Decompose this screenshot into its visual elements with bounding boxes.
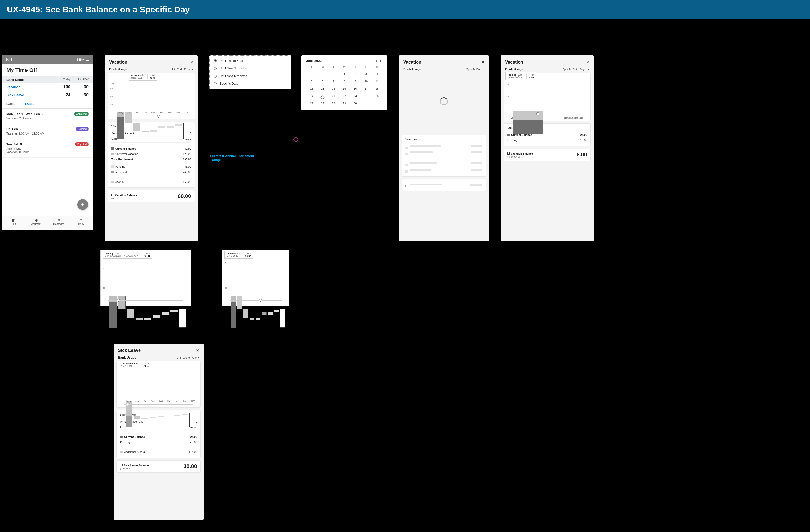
calendar-day[interactable]: 17 — [361, 86, 372, 92]
close-button[interactable]: ✕ — [481, 60, 485, 65]
chart-slider[interactable] — [115, 115, 187, 118]
request-detail: Vacation: 24 Hours — [6, 117, 88, 120]
swatch-icon — [111, 165, 114, 168]
panel-title: Sick Leave — [118, 348, 141, 353]
calendar-day[interactable]: 20 — [320, 93, 325, 99]
calendar-day[interactable]: 14 — [328, 86, 339, 92]
calendar-prev[interactable]: ‹ — [374, 59, 378, 63]
nav-assistant[interactable]: ✱Assistant — [25, 216, 47, 229]
chart-tooltip: Pending -40hrMon 07/00/2022 - Fri 07/00/… — [102, 251, 152, 259]
chart-slider[interactable] — [108, 299, 183, 302]
calendar-day[interactable]: 11 — [371, 78, 383, 84]
calendar-day[interactable]: 2 — [350, 71, 361, 77]
filter-option[interactable]: Specific Date› — [210, 80, 291, 87]
calendar-day[interactable]: 9 — [350, 78, 361, 84]
calendar-day[interactable]: 7 — [328, 78, 339, 84]
chart-slider[interactable] — [124, 403, 193, 406]
calendar-day[interactable]: 8 — [339, 78, 350, 84]
close-button[interactable]: ✕ — [196, 348, 199, 353]
calendar-day[interactable]: 21 — [328, 93, 339, 99]
chart-slider[interactable] — [230, 299, 282, 302]
range-filter[interactable]: Specific Date: July 1▾ — [562, 67, 589, 71]
calendar-day[interactable]: 12 — [306, 86, 317, 92]
bank-link[interactable]: Vacation — [6, 85, 52, 89]
vacation-chart[interactable]: Pending -16hrMon 07/01/2022 Net0 HR 4020… — [504, 73, 591, 121]
calendar-day[interactable]: 3 — [361, 71, 372, 77]
calendar-day[interactable]: 23 — [350, 93, 361, 99]
calendar-day[interactable]: 28 — [328, 100, 339, 106]
swatch-icon — [120, 436, 123, 438]
filter-option[interactable]: Until End of Year — [210, 57, 291, 65]
add-request-fab[interactable]: + — [77, 199, 88, 210]
menu-icon: ≡ — [70, 218, 93, 223]
swatch-icon — [507, 134, 510, 136]
calendar-dow: M — [317, 65, 328, 69]
request-card[interactable]: Fri, Feb 5 Training: 8:00 AM - 11:00 AM … — [2, 124, 93, 139]
calendar-day[interactable]: 16 — [350, 86, 361, 92]
filter-option[interactable]: Until Next 6 months — [210, 72, 291, 80]
calendar-day[interactable]: 1 — [339, 71, 350, 77]
balance-value: 60.00 — [178, 193, 191, 199]
calendar-day[interactable]: 25 — [371, 93, 383, 99]
close-button[interactable]: ✕ — [586, 60, 589, 65]
detail-line: Pending - 16.00 — [507, 138, 587, 143]
range-filter[interactable]: Specific Date▾ — [466, 67, 485, 71]
col-today: Today — [52, 78, 70, 81]
request-card[interactable]: Tue, Feb 9 Sick: 1 Day Vacation: 8 Hours… — [2, 139, 93, 158]
status-bar: 9:41 ▮▮▮ ᯤ ▬ — [2, 55, 93, 64]
bank-row[interactable]: Sick Leave 24 30 — [2, 91, 93, 99]
calendar-day[interactable]: 6 — [317, 78, 328, 84]
tab-0[interactable]: LABEL — [6, 102, 15, 108]
detail-line: Approved - 40.00 — [111, 170, 191, 175]
skeleton-balance — [402, 179, 486, 191]
calendar-dow: S — [306, 65, 317, 69]
calendar-day[interactable]: 24 — [361, 93, 372, 99]
bank-link[interactable]: Sick Leave — [6, 93, 52, 97]
filter-option-label: Until Next 3 months — [220, 67, 247, 70]
detail-line: Carryover Vacation +20.00 — [111, 151, 191, 157]
nav-messages[interactable]: ✉Messages — [47, 216, 70, 229]
status-icons: ▮▮▮ ᯤ ▬ — [77, 58, 89, 61]
bank-row[interactable]: Vacation 100 60 — [2, 83, 93, 91]
status-pill: Pending — [76, 127, 88, 131]
calendar-day[interactable]: 26 — [306, 100, 317, 106]
calendar-day[interactable]: 5 — [306, 78, 317, 84]
chart-tooltip: Accrual +8hrOct 1, 2022 Net48 hr — [129, 73, 157, 81]
chart-tooltip: Accrual +8hrOct 1, 2022 Net56 hr — [224, 251, 253, 259]
request-card[interactable]: Mon, Feb 1 - Wed, Feb 3 Vacation: 24 Hou… — [2, 109, 93, 124]
chart-slider[interactable] — [511, 112, 583, 115]
calendar-day[interactable]: 10 — [361, 78, 372, 84]
detail-line: Pending - 56.00 — [111, 164, 191, 170]
tabs: LABEL LABEL — [2, 99, 93, 109]
calendar-day[interactable]: 19 — [306, 93, 317, 99]
calendar-day[interactable]: 15 — [339, 86, 350, 92]
calendar-next[interactable]: › — [378, 59, 383, 63]
swatch-icon — [111, 153, 114, 155]
calendar-day[interactable]: 27 — [317, 100, 328, 106]
nav-menu[interactable]: ≡Menu — [70, 216, 93, 229]
calendar-day[interactable]: 29 — [339, 100, 350, 106]
chart-tooltip: Current BalanceJun 1, 2022 Net24 hr — [119, 361, 151, 369]
filter-option[interactable]: Until Next 3 months — [210, 65, 291, 72]
bank-usage-label: Bank Usage — [109, 67, 127, 71]
radio-icon — [214, 75, 216, 78]
calendar-day[interactable]: 22 — [339, 93, 350, 99]
calendar-month: June 2022 — [306, 59, 374, 63]
calendar-day[interactable]: 18 — [371, 86, 383, 92]
range-filter[interactable]: Until End of Year▾ — [171, 67, 193, 71]
vacation-chart[interactable]: Accrual +8hrOct 1, 2022 Net48 hr 1008050… — [108, 73, 195, 119]
calendar-day[interactable]: 13 — [317, 86, 328, 92]
wifi-icon: ᯤ — [82, 58, 85, 61]
screen-vacation-specific-date: Vacation ✕ Bank Usage Specific Date: Jul… — [501, 55, 594, 241]
close-button[interactable]: ✕ — [190, 60, 193, 65]
range-filter[interactable]: Until End of Year▾ — [177, 356, 199, 359]
nav-hub[interactable]: ◧Hub — [2, 216, 25, 229]
assistant-icon: ✱ — [25, 218, 47, 223]
tab-1[interactable]: LABEL — [25, 102, 34, 108]
radio-icon — [214, 67, 216, 70]
cursor-indicator: ☟ — [295, 135, 299, 142]
calendar-day[interactable]: 30 — [350, 100, 361, 106]
sick-leave-chart[interactable]: Current BalanceJun 1, 2022 Net24 hr Toda… — [116, 361, 201, 408]
calendar-day[interactable]: 4 — [371, 71, 383, 77]
chevron-right-icon: › — [286, 82, 287, 85]
